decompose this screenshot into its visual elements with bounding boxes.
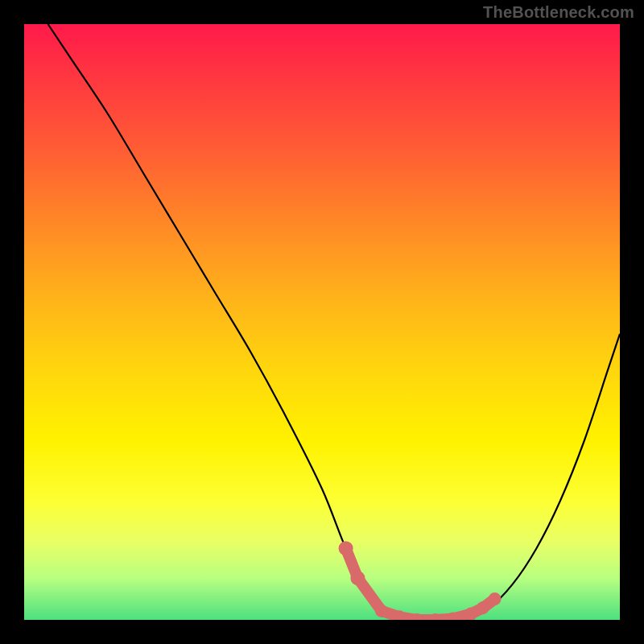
- highlight-dots-group: [339, 541, 502, 620]
- highlight-dot: [489, 592, 502, 605]
- highlight-dot: [339, 541, 353, 555]
- watermark-text: TheBottleneck.com: [483, 3, 634, 22]
- highlight-dot: [464, 608, 477, 620]
- bottleneck-curve-line: [48, 24, 620, 620]
- highlight-dot: [350, 571, 365, 585]
- highlight-dot: [477, 601, 489, 614]
- highlight-dot: [375, 605, 388, 617]
- chart-plot-area: [24, 24, 620, 620]
- chart-svg: [24, 24, 620, 620]
